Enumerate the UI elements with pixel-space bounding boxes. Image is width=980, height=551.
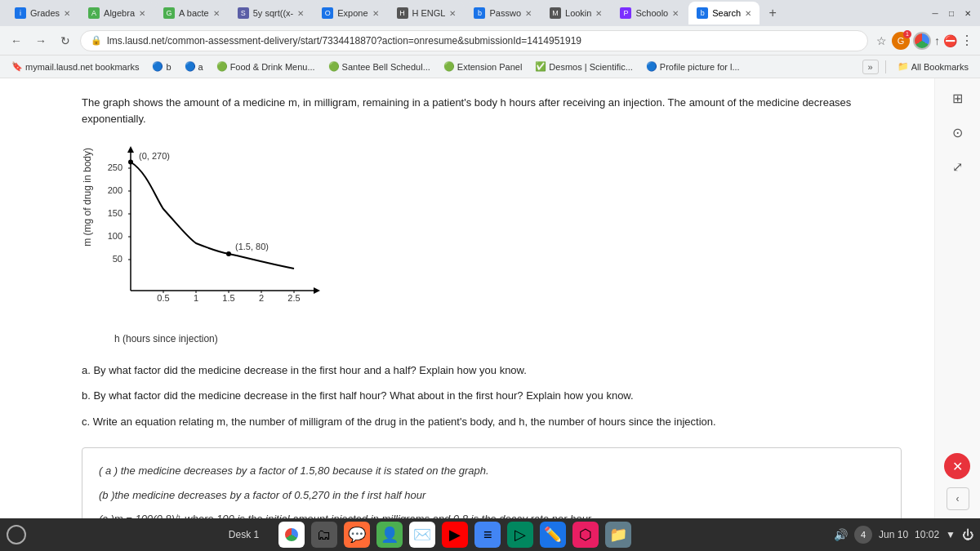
sidebar-grid-icon[interactable]: ⊞ [945, 85, 971, 111]
taskbar-date: Jun 10 [879, 529, 908, 540]
tab-close-algebra[interactable]: ✕ [139, 9, 145, 18]
new-tab-button[interactable]: + [761, 2, 784, 24]
taskbar-youtube-icon[interactable]: ▶ [442, 522, 468, 548]
taskbar-messaging-icon[interactable]: 💬 [344, 522, 370, 548]
share-icon[interactable]: ↑ [934, 34, 940, 47]
tab-close-search[interactable]: ✕ [745, 9, 751, 18]
maximize-button[interactable]: □ [946, 7, 957, 19]
tab-schoology[interactable]: P Schoolo ✕ [612, 2, 687, 24]
tab-favicon-algebra: A [88, 7, 100, 19]
taskbar-badge: 4 [854, 526, 872, 544]
sidebar-expand-icon[interactable]: ⤢ [945, 153, 971, 180]
bookmark-extension[interactable]: 🟢 Extension Panel [439, 60, 528, 73]
tab-bacteria[interactable]: G A bacte ✕ [155, 2, 228, 24]
tab-looking[interactable]: M Lookin ✕ [541, 2, 610, 24]
window-controls: ─ □ ✕ [929, 7, 973, 19]
tab-close-grades[interactable]: ✕ [64, 9, 70, 18]
graph-svg: 250 200 150 100 50 [98, 140, 335, 330]
bookmark-extension-label: Extension Panel [457, 62, 523, 72]
tab-favicon-looking: M [550, 7, 561, 19]
questions-section: a. By what factor did the medicine decre… [82, 361, 902, 431]
bookmark-profile[interactable]: 🔵 Profile picture for l... [641, 60, 745, 73]
taskbar-profile-icon[interactable]: 👤 [376, 522, 403, 548]
bookmark-food-label: Food & Drink Menu... [230, 62, 315, 72]
svg-text:200: 200 [108, 185, 122, 195]
bookmark-santee[interactable]: 🟢 Santee Bell Schedul... [323, 60, 435, 73]
tab-close-sqrt[interactable]: ✕ [297, 9, 304, 18]
more-bookmarks-button[interactable]: » [862, 60, 879, 74]
question-c-text: c. Write an equation relating m, the num… [82, 415, 716, 428]
profile-area: G 1 ↑ ⛔ ⋮ [892, 32, 973, 50]
bookmark-desmos[interactable]: ✅ Desmos | Scientific... [530, 60, 638, 73]
taskbar-notifications[interactable]: 🔊 [834, 528, 848, 541]
tab-exponent[interactable]: O Expone ✕ [314, 2, 386, 24]
tab-label-grades: Grades [30, 8, 60, 18]
taskbar-folder-icon[interactable]: 📁 [605, 522, 631, 548]
bookmark-star-icon[interactable]: ☆ [876, 34, 887, 47]
question-a-text: a. By what factor did the medicine decre… [82, 364, 527, 376]
tab-close-exponent[interactable]: ✕ [372, 9, 379, 18]
xo-button[interactable]: ✕ [944, 453, 970, 479]
sidebar-help-icon[interactable]: ⊙ [945, 119, 971, 145]
taskbar-pink-icon[interactable]: ⬡ [572, 522, 599, 548]
bookmark-food[interactable]: 🟢 Food & Drink Menu... [212, 60, 320, 73]
tab-close-schoology[interactable]: ✕ [672, 9, 679, 18]
taskbar-pen-icon[interactable]: ✏️ [540, 522, 566, 548]
taskbar-chrome-icon[interactable] [278, 522, 305, 548]
profile-avatar[interactable]: G 1 [892, 32, 910, 50]
forward-button[interactable]: → [31, 31, 51, 51]
content-area: The graph shows the amount of a medicine… [0, 78, 980, 518]
tab-close-bacteria[interactable]: ✕ [213, 9, 220, 18]
graph-svg-element: 250 200 150 100 50 [98, 140, 335, 327]
sidebar-collapse-button[interactable]: ‹ [947, 487, 969, 510]
bookmark-a[interactable]: 🔵 a [180, 60, 208, 73]
tab-english[interactable]: H H ENGL ✕ [389, 2, 465, 24]
taskbar-gmail-icon[interactable]: ✉️ [409, 522, 435, 548]
tab-favicon-search: b [697, 7, 708, 19]
url-text: lms.lausd.net/common-assessment-delivery… [107, 35, 858, 47]
svg-text:2: 2 [259, 293, 264, 303]
bookmark-b-label: b [166, 62, 171, 72]
tab-label-algebra: Algebra [104, 8, 135, 18]
tab-algebra[interactable]: A Algebra ✕ [80, 2, 154, 24]
taskbar-files-icon[interactable]: 🗂 [311, 522, 337, 548]
speaker-icon: 🔊 [834, 528, 848, 541]
taskbar-docs-icon[interactable]: ≡ [474, 522, 501, 548]
bookmark-mymail[interactable]: 🔖 mymail.lausd.net bookmarks [7, 60, 144, 73]
bookmark-mymail-icon: 🔖 [11, 61, 23, 72]
folder-icon: 📁 [898, 61, 909, 72]
address-input[interactable]: 🔒 lms.lausd.net/common-assessment-delive… [80, 30, 868, 51]
tab-label-schoology: Schoolo [635, 8, 668, 18]
refresh-button[interactable]: ↻ [56, 31, 75, 51]
address-bar: ← → ↻ 🔒 lms.lausd.net/common-assessment-… [0, 26, 980, 56]
bookmark-profile-icon: 🔵 [646, 61, 657, 72]
graph-container: m (mg of drug in body) 250 [82, 140, 902, 344]
close-button[interactable]: ✕ [962, 7, 973, 19]
settings-icon[interactable]: ⛔ [943, 34, 957, 47]
tab-favicon-grades: i [15, 7, 26, 19]
tab-close-looking[interactable]: ✕ [595, 9, 602, 18]
tab-label-bacteria: A bacte [179, 8, 209, 18]
taskbar-home-button[interactable] [7, 525, 26, 544]
menu-icon[interactable]: ⋮ [960, 33, 973, 48]
question-b: b. By what factor did the medicine decre… [82, 386, 902, 405]
problem-text: The graph shows the amount of a medicine… [82, 95, 902, 127]
back-button[interactable]: ← [7, 31, 26, 51]
all-bookmarks-button[interactable]: 📁 All Bookmarks [893, 60, 973, 73]
taskbar-play-icon[interactable]: ▷ [507, 522, 533, 548]
svg-text:(0, 270): (0, 270) [139, 151, 170, 161]
tab-sqrt[interactable]: S 5y sqrt((x- ✕ [229, 2, 313, 24]
bookmark-b[interactable]: 🔵 b [147, 60, 176, 73]
bookmarks-separator [885, 60, 886, 73]
taskbar-power-icon[interactable]: ⏻ [962, 528, 973, 541]
tab-grades[interactable]: i Grades ✕ [7, 2, 78, 24]
minimize-button[interactable]: ─ [929, 7, 941, 19]
tab-search[interactable]: b Search ✕ [688, 2, 760, 24]
chrome-icon[interactable] [913, 32, 931, 50]
tab-close-english[interactable]: ✕ [449, 9, 456, 18]
tab-label-search: Search [712, 8, 741, 18]
tab-password[interactable]: b Passwo ✕ [466, 2, 540, 24]
tab-label-password: Passwo [489, 8, 521, 18]
tab-close-password[interactable]: ✕ [525, 9, 532, 18]
svg-marker-3 [314, 287, 320, 294]
